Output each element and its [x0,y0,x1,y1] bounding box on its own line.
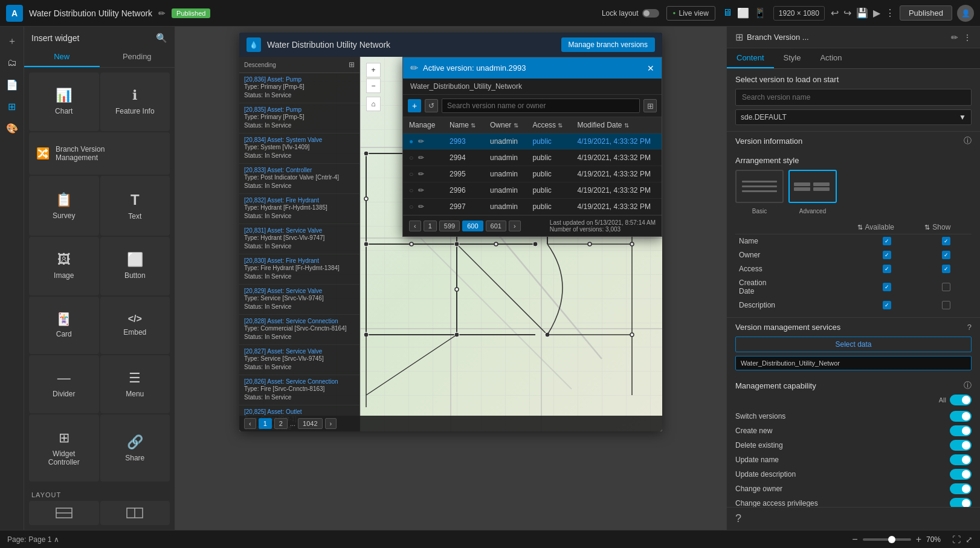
tab-action[interactable]: Action [810,48,851,68]
lock-layout-toggle[interactable] [642,9,659,18]
version-table-row[interactable]: ○ ✏ 2994 unadmin public 4/19/2021, 4:33:… [403,150,662,166]
version-edit-icon[interactable]: ✏ [418,170,424,178]
widget-item-embed[interactable]: </> Embed [100,297,170,354]
show-checkbox[interactable]: ✓ [942,265,950,273]
zoom-minus-button[interactable]: − [852,534,857,545]
layout-item-1[interactable] [29,501,99,525]
advanced-arrangement-option[interactable]: Advanced [788,170,837,214]
sde-default-dropdown[interactable]: sde.DEFAULT ▼ [735,109,972,125]
zoom-slider[interactable] [863,538,911,541]
rail-data-icon[interactable]: 📄 [2,75,22,94]
mobile-icon[interactable]: 📱 [754,7,766,19]
widget-item-menu[interactable]: ☰ Menu [100,355,170,414]
sort-date-icon[interactable]: ⇅ [624,122,629,129]
version-name-link[interactable]: 2994 [450,153,466,162]
version-radio-button[interactable]: ○ [409,153,413,162]
widget-item-button[interactable]: ⬜ Button [100,237,170,295]
fit-view-button[interactable]: ⛶ [952,535,961,544]
map-page-1-button[interactable]: 1 [259,418,272,429]
tab-pending[interactable]: Pending [100,47,175,67]
live-view-button[interactable]: Live view [666,6,715,21]
widget-item-divider[interactable]: — Divider [29,355,99,414]
sort-descending-button[interactable]: Descending [244,62,276,68]
map-zoom-out-button[interactable]: − [366,79,381,93]
page-indicator[interactable]: Page: Page 1 ∧ [7,535,59,544]
widget-search-icon[interactable]: 🔍 [156,33,167,44]
version-add-button[interactable]: + [408,99,421,112]
page-600-button[interactable]: 600 [462,221,483,231]
tab-new[interactable]: New [24,47,100,67]
widget-item-card[interactable]: 🃏 Card [29,297,99,354]
widget-item-feature-info[interactable]: ℹ Feature Info [100,73,170,131]
mgmt-toggle[interactable] [950,498,972,507]
show-checkbox[interactable]: ✓ [942,237,950,245]
published-button[interactable]: Published [900,5,952,21]
manage-branch-button[interactable]: Manage branch versions [561,37,655,52]
mgmt-cap-info-icon[interactable]: ⓘ [964,380,972,391]
layout-item-2[interactable] [100,501,170,525]
play-button[interactable]: ▶ [873,7,880,19]
version-table-row[interactable]: ● ✏ 2993 unadmin public 4/19/2021, 4:33:… [403,134,662,150]
widget-more-icon[interactable]: ⋮ [963,33,972,42]
version-edit-icon[interactable]: ✏ [418,137,424,146]
user-avatar[interactable]: 👤 [957,5,974,22]
version-filter-button[interactable]: ⊞ [643,99,657,112]
sort-name-icon[interactable]: ⇅ [471,122,475,129]
version-name-search[interactable] [735,89,972,106]
page-599-button[interactable]: 599 [439,221,460,231]
more-options-button[interactable]: ⋮ [885,7,895,19]
version-table-row[interactable]: ○ ✏ 2995 unadmin public 4/19/2021, 4:33:… [403,166,662,182]
available-checkbox[interactable]: ✓ [883,265,891,273]
version-radio-button[interactable]: ● [409,137,413,146]
map-page-prev-button[interactable]: ‹ [244,418,256,429]
show-checkbox[interactable]: ✓ [942,251,950,259]
widget-item-share[interactable]: 🔗 Share [100,414,170,482]
feature-list-item[interactable]: [20,832] Asset: Fire HydrantType: Hydran… [239,194,359,224]
map-page-1042-button[interactable]: 1042 [298,418,322,429]
all-toggle[interactable] [950,395,972,405]
version-edit-icon[interactable]: ✏ [418,153,424,162]
version-modal-close-button[interactable]: ✕ [647,63,654,73]
map-page-2-button[interactable]: 2 [274,418,288,429]
widget-item-controller[interactable]: ⊞ WidgetController [29,414,99,482]
mgmt-toggle[interactable] [950,469,972,480]
show-checkbox[interactable] [942,283,950,291]
feature-list-item[interactable]: [20,836] Asset: PumpType: Primary [Pmp-6… [239,73,359,103]
sort-owner-icon[interactable]: ⇅ [514,122,518,129]
widget-item-image[interactable]: 🖼 Image [29,237,99,295]
version-edit-icon[interactable]: ✏ [418,202,424,211]
desktop-icon[interactable]: 🖥 [723,7,732,19]
feature-list-item[interactable]: [20,829] Asset: Service ValveType: Servi… [239,285,359,315]
rail-layers-icon[interactable]: 🗂 [2,53,22,73]
widget-edit-icon[interactable]: ✏ [951,33,958,42]
resolution-button[interactable]: 1920 × 1080 [773,6,825,21]
mgmt-toggle[interactable] [950,425,972,436]
version-name-link[interactable]: 2996 [450,186,466,195]
rail-add-icon[interactable]: ＋ [2,31,22,51]
help-button[interactable]: ? [735,512,741,524]
available-checkbox[interactable]: ✓ [883,301,891,309]
version-name-link[interactable]: 2995 [450,170,466,178]
widget-item-text[interactable]: T Text [100,176,170,236]
map-home-button[interactable]: ⌂ [366,97,381,111]
rail-style-icon[interactable]: 🎨 [2,118,22,138]
version-radio-button[interactable]: ○ [409,186,413,195]
map-page-next-button[interactable]: › [325,418,337,429]
feature-list-item[interactable]: [20,830] Asset: Fire HydrantType: Fire H… [239,254,359,285]
mgmt-toggle[interactable] [950,411,972,422]
available-checkbox[interactable]: ✓ [883,251,891,259]
feature-list-item[interactable]: [20,834] Asset: System ValveType: System… [239,134,359,164]
version-name-link[interactable]: 2997 [450,202,466,211]
version-radio-button[interactable]: ○ [409,202,413,211]
tab-style[interactable]: Style [774,48,811,68]
widget-item-survey[interactable]: 📋 Survey [29,176,99,236]
feature-list-item[interactable]: [20,831] Asset: Service ValveType: Hydra… [239,224,359,254]
redo-button[interactable]: ↪ [843,7,851,19]
feature-list-item[interactable]: [20,828] Asset: Service ConnectionType: … [239,315,359,345]
save-button[interactable]: 💾 [856,7,868,19]
version-radio-button[interactable]: ○ [409,170,413,178]
map-zoom-in-button[interactable]: + [366,63,381,77]
feature-list-item[interactable]: [20,826] Asset: Service ConnectionType: … [239,375,359,405]
basic-arrangement-option[interactable]: Basic [735,170,784,214]
version-info-icon[interactable]: ⓘ [964,135,972,146]
